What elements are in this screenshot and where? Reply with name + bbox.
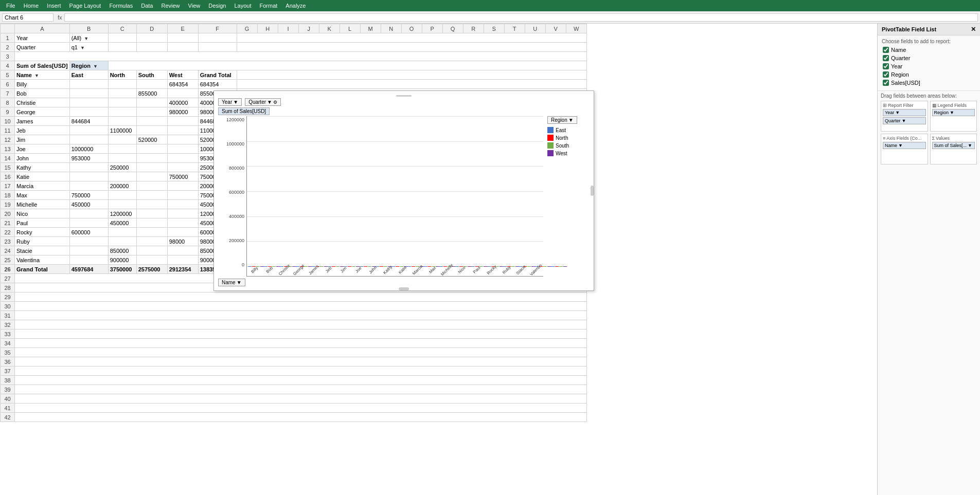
cell-D6 [136, 80, 167, 89]
chart-resize-handle-bottom[interactable] [399, 287, 409, 290]
menu-layout[interactable]: Layout [230, 2, 255, 10]
cell-B1[interactable]: (All) ▼ [69, 33, 108, 43]
menu-formulas[interactable]: Formulas [105, 2, 137, 10]
col-header-L[interactable]: L [340, 24, 360, 33]
legend-color-east [547, 127, 554, 133]
year-filter-button[interactable]: Year ▼ [218, 98, 242, 106]
menu-data[interactable]: Data [137, 2, 157, 10]
field-item-name[interactable]: Name [882, 46, 976, 53]
legend-label-north: North [556, 135, 568, 141]
cell-B2[interactable]: q1 ▼ [69, 43, 108, 52]
year-filter-arrow-icon: ▼ [233, 99, 238, 105]
field-item-quarter[interactable]: Quarter [882, 54, 976, 62]
table-row: 3 [1, 52, 587, 61]
field-list-section: Choose fields to add to report: Name Qua… [878, 35, 980, 91]
area-field-year[interactable]: Year ▼ [883, 109, 926, 116]
area-field-name[interactable]: Name ▼ [883, 142, 926, 149]
legend-fields-icon: ▦ [932, 103, 937, 108]
field-item-sales[interactable]: Sales[USD] [882, 79, 976, 86]
menu-review[interactable]: Review [157, 2, 184, 10]
chart-resize-handle-right[interactable] [591, 186, 594, 196]
field-label-quarter: Quarter [891, 55, 910, 61]
col-header-M[interactable]: M [360, 24, 381, 33]
chart-container[interactable]: Year ▼ Quarter ▼ ⚙ Sum of Sales[USD] 120… [213, 90, 594, 291]
menu-analyze[interactable]: Analyze [281, 2, 310, 10]
legend-item-north: North [547, 135, 590, 141]
col-header-U[interactable]: U [525, 24, 545, 33]
col-header-W[interactable]: W [566, 24, 586, 33]
menu-home[interactable]: Home [20, 2, 43, 10]
col-header-S[interactable]: S [484, 24, 504, 33]
row-num-2: 2 [1, 43, 15, 52]
name-box[interactable] [2, 13, 54, 22]
quarter-filter-extra-icon: ⚙ [273, 100, 277, 105]
cell-A5[interactable]: Name ▼ [15, 70, 70, 80]
row-num-5: 5 [1, 70, 15, 80]
cell-A2[interactable]: Quarter [15, 43, 70, 52]
col-header-B[interactable]: B [69, 24, 108, 33]
col-header-T[interactable]: T [504, 24, 525, 33]
field-checkbox-sales[interactable] [883, 80, 889, 86]
menu-format[interactable]: Format [255, 2, 281, 10]
col-header-A[interactable]: A [15, 24, 70, 33]
cell-A1[interactable]: Year [15, 33, 70, 43]
col-header-N[interactable]: N [381, 24, 401, 33]
report-filter-area[interactable]: ⊞ Report Filter Year ▼ Quarter ▼ [881, 101, 928, 132]
chart-bars-container [247, 116, 543, 267]
col-header-E[interactable]: E [167, 24, 198, 33]
col-header-G[interactable]: G [237, 24, 257, 33]
spreadsheet-container[interactable]: A B C D E F G H I J K L M N O P Q [0, 24, 877, 495]
menu-design[interactable]: Design [204, 2, 230, 10]
cell-A4[interactable]: Sum of Sales[USD] [15, 61, 70, 70]
col-header-F[interactable]: F [198, 24, 237, 33]
legend-color-south [547, 142, 554, 149]
col-header-K[interactable]: K [319, 24, 340, 33]
col-header-C[interactable]: C [108, 24, 136, 33]
bar-valentina-east [551, 266, 555, 267]
pivot-panel-close-icon[interactable]: ✕ [971, 26, 976, 33]
field-checkbox-quarter[interactable] [883, 55, 889, 61]
table-row: 1 Year (All) ▼ [1, 33, 587, 43]
menu-insert[interactable]: Insert [43, 2, 65, 10]
quarter-filter-button[interactable]: Quarter ▼ ⚙ [245, 98, 281, 106]
menu-page-layout[interactable]: Page Layout [65, 2, 105, 10]
field-checkbox-year[interactable] [883, 63, 889, 69]
cell-B4[interactable]: Region ▼ [69, 61, 108, 70]
file-menu[interactable]: File [2, 2, 20, 10]
cell-C4-rest [108, 61, 586, 70]
table-row: 6 Billy 684354 684354 [1, 80, 587, 89]
area-field-name-arrow: ▼ [898, 143, 903, 148]
row-num-6: 6 [1, 80, 15, 89]
col-header-Q[interactable]: Q [442, 24, 463, 33]
quarter-filter-arrow-icon: ▼ [267, 99, 272, 105]
formula-input[interactable] [64, 13, 978, 22]
bar-stacie-west [547, 266, 551, 267]
col-header-I[interactable]: I [278, 24, 298, 33]
col-header-O[interactable]: O [401, 24, 422, 33]
table-row: 30 [1, 302, 587, 311]
area-field-region[interactable]: Region ▼ [932, 109, 975, 116]
col-header-R[interactable]: R [463, 24, 484, 33]
col-header-V[interactable]: V [545, 24, 566, 33]
area-field-quarter[interactable]: Quarter ▼ [883, 117, 926, 124]
field-item-year[interactable]: Year [882, 63, 976, 70]
field-checkbox-region[interactable] [883, 71, 889, 78]
legend-region-button[interactable]: Region ▼ [547, 116, 577, 124]
cell-F2 [198, 43, 237, 52]
cell-C2 [108, 43, 136, 52]
axis-fields-area[interactable]: ≡ Axis Fields (Co... Name ▼ [881, 134, 928, 164]
col-header-J[interactable]: J [298, 24, 319, 33]
area-field-sum-sales[interactable]: Sum of Sales[... ▼ [932, 142, 975, 149]
values-area[interactable]: Σ Values Sum of Sales[... ▼ [930, 134, 977, 164]
menu-view[interactable]: View [184, 2, 205, 10]
col-header-H[interactable]: H [257, 24, 278, 33]
field-checkbox-name[interactable] [883, 47, 889, 53]
legend-fields-area[interactable]: ▦ Legend Fields Region ▼ [930, 101, 977, 132]
cell-A6: Billy [15, 80, 70, 89]
col-header-D[interactable]: D [136, 24, 167, 33]
field-item-region[interactable]: Region [882, 71, 976, 78]
cell-E5: West [167, 70, 198, 80]
name-filter-button[interactable]: Name ▼ [218, 279, 245, 286]
cell-row3 [15, 52, 587, 61]
col-header-P[interactable]: P [422, 24, 442, 33]
